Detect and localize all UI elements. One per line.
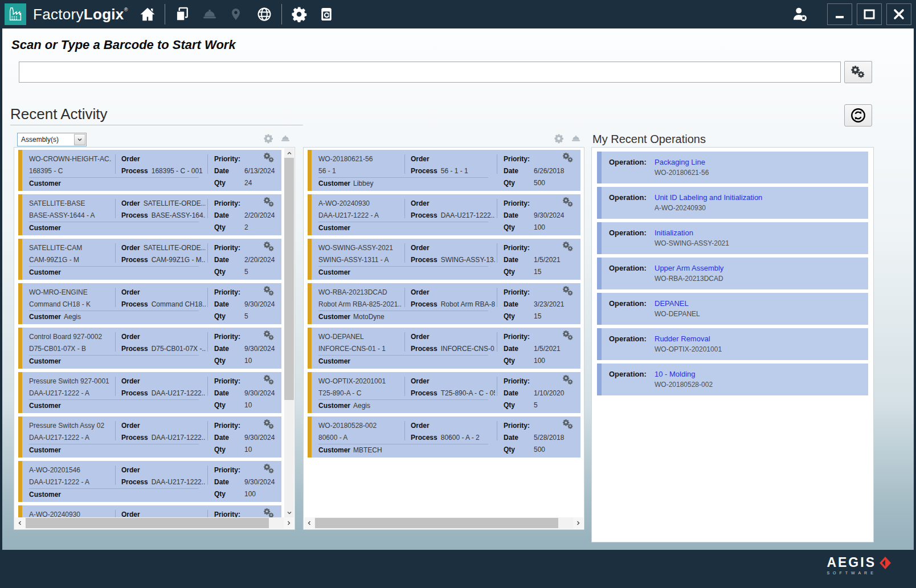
column2-hard-hat-icon[interactable] (571, 133, 581, 144)
scroll-up-icon[interactable] (284, 148, 294, 158)
operation-card[interactable]: Operation: DEPANEL WO-DEPANEL (597, 293, 868, 325)
operation-link[interactable]: Rudder Removal (655, 334, 710, 343)
card-date: Date3/23/2021 (504, 300, 564, 308)
card-settings-icon[interactable] (263, 241, 277, 254)
maximize-button[interactable] (857, 3, 882, 25)
operation-link[interactable]: Packaging Line (655, 158, 705, 166)
documents-icon[interactable] (171, 3, 194, 26)
operation-link[interactable]: Unit ID Labeling and Initialization (655, 193, 762, 202)
customer-value: MotoDyne (353, 313, 385, 321)
card-settings-icon[interactable] (562, 285, 576, 298)
column1-hard-hat-icon[interactable] (280, 133, 291, 144)
date-value: 9/30/2024 (244, 300, 275, 308)
settings-gear-icon[interactable] (288, 3, 310, 26)
card-assembly: INFORCE-CNS-01 - 1 (318, 345, 401, 353)
vertical-scrollbar[interactable] (284, 148, 294, 517)
work-order-card[interactable]: Control Board 927-0002 D75-CB01-07X - B … (18, 328, 281, 369)
priority-label: Priority: (504, 333, 530, 341)
operation-link[interactable]: 10 - Molding (655, 370, 696, 378)
work-order-card[interactable]: SATELLITE-BASE BASE-ASSY-1644 - A Custom… (18, 194, 281, 235)
scrollbar-thumb[interactable] (26, 518, 269, 528)
map-pin-icon[interactable] (224, 3, 247, 26)
horizontal-scrollbar[interactable] (304, 517, 583, 529)
column2-gear-icon[interactable] (554, 133, 564, 144)
scrollbar-thumb[interactable] (284, 158, 294, 400)
scroll-left-icon[interactable] (304, 517, 314, 529)
work-order-card[interactable]: WO-MRO-ENGINE Command CH18 - K CustomerA… (18, 283, 281, 324)
card-settings-icon[interactable] (263, 330, 277, 342)
work-order-card[interactable]: WO-CROWN-HEIGHT-AC... 168395 - C Custome… (18, 150, 281, 191)
operation-link[interactable]: Initialization (655, 228, 693, 237)
card-settings-icon[interactable] (263, 152, 277, 165)
operations-list: Operation: Packaging Line WO-20180621-56… (592, 148, 873, 541)
process-value: Robot Arm RBA-8... (441, 300, 495, 308)
scroll-left-icon[interactable] (15, 517, 25, 529)
card-settings-icon[interactable] (562, 330, 576, 342)
operation-stripe (597, 187, 602, 219)
card-settings-icon[interactable] (263, 197, 277, 209)
card-settings-icon[interactable] (562, 152, 576, 165)
card-settings-icon[interactable] (562, 241, 576, 254)
card-divider (497, 154, 497, 174)
priority-stripe (308, 239, 312, 280)
card-settings-icon[interactable] (263, 285, 277, 298)
user-logout-icon[interactable] (788, 3, 811, 26)
operation-card[interactable]: Operation: Initialization WO-SWING-ASSY-… (597, 222, 868, 254)
card-title: WO-20180528-002 (318, 422, 401, 430)
work-order-card[interactable]: A-WO-20201546 DAA-U217-1222 - A Customer… (18, 461, 281, 502)
date-value: 5/28/2018 (534, 434, 564, 442)
card-divider (115, 377, 116, 396)
operation-card[interactable]: Operation: 10 - Molding WO-20180528-002 (597, 364, 868, 395)
barcode-settings-button[interactable] (844, 61, 872, 83)
hard-hat-icon[interactable] (198, 3, 221, 26)
work-order-card[interactable]: WO-RBA-20213DCAD Robot Arm RBA-825-2021.… (308, 283, 580, 324)
activity-list-2: WO-20180621-56 56 - 1 CustomerLibbey Ord… (304, 148, 583, 517)
card-settings-icon[interactable] (263, 463, 277, 476)
card-settings-icon[interactable] (263, 374, 277, 387)
work-order-card[interactable]: WO-SWING-ASSY-2021 SWING-ASSY-1311 - A C… (308, 239, 580, 280)
work-order-card[interactable]: WO-20180528-002 80600 - A CustomerMBTECH… (308, 416, 580, 458)
operation-link[interactable]: DEPANEL (655, 299, 689, 308)
scroll-down-icon[interactable] (284, 508, 294, 517)
card-title: A-WO-20240930 (29, 511, 112, 517)
globe-icon[interactable] (253, 3, 276, 26)
operation-card[interactable]: Operation: Rudder Removal WO-OPTIX-20201… (597, 328, 868, 360)
horizontal-scrollbar[interactable] (15, 517, 294, 529)
barcode-input[interactable] (19, 62, 841, 83)
work-order-card[interactable]: WO-20180621-56 56 - 1 CustomerLibbey Ord… (308, 150, 580, 191)
work-order-card[interactable]: WO-DEPANEL INFORCE-CNS-01 - 1 Customer O… (308, 328, 580, 369)
activity-filter-select[interactable]: Assembly(s) (17, 133, 87, 146)
card-settings-icon[interactable] (562, 374, 576, 387)
operation-card[interactable]: Operation: Unit ID Labeling and Initiali… (597, 187, 868, 219)
card-settings-icon[interactable] (562, 197, 576, 209)
process-label: Process (121, 211, 148, 219)
order-label: Order (411, 155, 430, 163)
database-refresh-icon[interactable] (315, 3, 338, 26)
card-settings-icon[interactable] (263, 508, 277, 517)
column1-gear-icon[interactable] (263, 133, 273, 144)
card-settings-icon[interactable] (562, 419, 576, 431)
card-date: Date5/28/2018 (504, 434, 564, 442)
minimize-button[interactable] (827, 3, 852, 25)
work-order-card[interactable]: A-WO-20240930 Customer Order Process Pri… (18, 505, 281, 517)
refresh-button[interactable] (844, 104, 872, 126)
operation-card[interactable]: Operation: Packaging Line WO-20180621-56 (597, 152, 868, 183)
operation-link[interactable]: Upper Arm Assembly (655, 264, 723, 272)
close-button[interactable] (886, 3, 911, 25)
operations-panel: Operation: Packaging Line WO-20180621-56… (591, 147, 874, 542)
home-icon[interactable] (136, 3, 159, 26)
card-order: OrderSATELLITE-ORDE... (121, 244, 206, 256)
work-order-card[interactable]: Pressure Switch Assy 02 DAA-U217-1222 - … (18, 416, 281, 458)
chevron-down-icon[interactable] (74, 134, 85, 145)
work-order-card[interactable]: SATELLITE-CAM CAM-99Z1G - M Customer Ord… (18, 239, 281, 280)
card-settings-icon[interactable] (263, 419, 277, 431)
work-order-card[interactable]: A-WO-20240930 DAA-U217-1222 - A Customer… (308, 194, 580, 235)
customer-label: Customer (29, 313, 61, 321)
work-order-card[interactable]: Pressure Switch 927-0001 DAA-U217-1222 -… (18, 372, 281, 413)
operation-card[interactable]: Operation: Upper Arm Assembly WO-RBA-202… (597, 258, 868, 289)
work-order-card[interactable]: WO-OPTIX-20201001 T25-890-A - C Customer… (308, 372, 580, 413)
scrollbar-thumb[interactable] (315, 518, 558, 528)
scroll-right-icon[interactable] (284, 517, 294, 529)
scroll-right-icon[interactable] (573, 517, 583, 529)
operation-label: Operation: (609, 299, 647, 308)
